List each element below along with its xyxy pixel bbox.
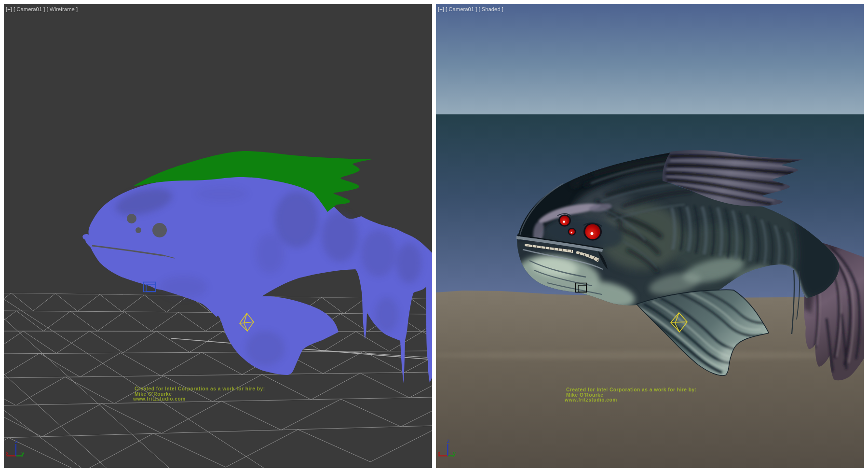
svg-text:[+] [ Camera01 ] [ Shaded ]: [+] [ Camera01 ] [ Shaded ] bbox=[438, 6, 503, 12]
svg-text:Mike O'Rourke: Mike O'Rourke bbox=[566, 392, 603, 398]
svg-text:Created for Intel Corporation: Created for Intel Corporation as a work … bbox=[135, 386, 265, 391]
svg-text:Mike O'Rourke: Mike O'Rourke bbox=[135, 391, 172, 397]
svg-text:www.fritzstudio.com: www.fritzstudio.com bbox=[133, 396, 186, 402]
svg-text:x: x bbox=[6, 450, 9, 457]
svg-text:z: z bbox=[15, 438, 18, 444]
svg-text:www.fritzstudio.com: www.fritzstudio.com bbox=[564, 397, 617, 403]
svg-text:y: y bbox=[453, 450, 456, 457]
svg-text:[+] [ Camera01 ] [ Wireframe ]: [+] [ Camera01 ] [ Wireframe ] bbox=[6, 6, 78, 12]
svg-text:x: x bbox=[437, 450, 441, 457]
svg-text:Created for Intel Corporation: Created for Intel Corporation as a work … bbox=[566, 387, 697, 392]
svg-text:z: z bbox=[447, 438, 450, 444]
svg-text:y: y bbox=[21, 450, 25, 457]
